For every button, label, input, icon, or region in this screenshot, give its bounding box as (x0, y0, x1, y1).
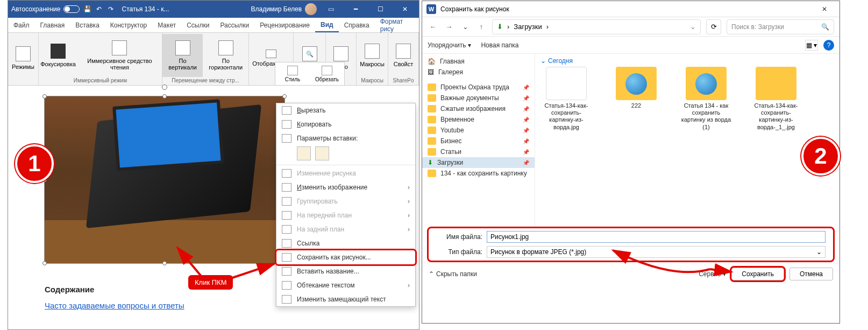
vertical-button[interactable]: По вертикали (162, 34, 203, 77)
scissors-icon (282, 106, 291, 115)
filename-input[interactable]: Рисунок1.jpg (487, 231, 826, 243)
dialog-toolbar: Упорядочить ▾ Новая папка ▦ ▾ ? (422, 37, 839, 54)
minimize-icon[interactable]: ━ (345, 1, 366, 18)
toc-link[interactable]: Часто задаваемые вопросы и ответы (45, 301, 184, 310)
side-pin-4[interactable]: Youtube📌 (422, 125, 535, 136)
folder-icon (428, 116, 436, 123)
search-input[interactable]: Поиск в: Загрузки🔍 (727, 19, 834, 34)
file-item[interactable]: Статья-134-как-сохранить-картинку-из-вор… (750, 67, 802, 131)
ribbon-opts-icon[interactable]: ▭ (320, 1, 341, 18)
horizontal-button[interactable]: По горизонтали (203, 34, 248, 77)
context-menu: ВВырезатьырезать Копировать Параметры вс… (276, 103, 416, 307)
close-icon[interactable]: ✕ (394, 1, 416, 18)
doc-title: Статья 134 - к... (118, 5, 172, 13)
reader-button[interactable]: Иммерсивное средство чтения (77, 34, 162, 77)
crop-button[interactable]: Обрезать (310, 62, 344, 85)
tab-format[interactable]: Формат рису (375, 18, 419, 32)
ctx-copy[interactable]: Копировать (276, 117, 415, 131)
cancel-button[interactable]: Отмена (789, 268, 833, 280)
filetype-label: Тип файла: (436, 248, 482, 256)
ribbon-tabs: Файл Главная Вставка Конструктор Макет С… (8, 18, 419, 33)
rotate-handle[interactable] (162, 85, 167, 90)
dialog-close-icon[interactable]: ✕ (814, 5, 835, 13)
filename-label: Имя файла: (436, 233, 482, 241)
tab-mail[interactable]: Рассылки (215, 18, 254, 32)
redo-icon[interactable]: ↷ (106, 5, 115, 13)
file-item[interactable]: Статья-134-как-сохранить-картинку-из-вор… (540, 67, 592, 131)
side-pin-2[interactable]: Сжатые изображения📌 (422, 103, 535, 114)
ctx-cut[interactable]: ВВырезатьырезать (276, 103, 415, 117)
recent-icon[interactable]: ⌄ (460, 23, 471, 31)
macros-button[interactable]: Макросы (357, 34, 388, 77)
side-downloads[interactable]: ⬇Загрузки📌 (422, 157, 535, 168)
side-home[interactable]: 🏠Главная (422, 56, 535, 67)
avatar[interactable] (305, 3, 317, 15)
folder-icon (428, 127, 436, 134)
link-icon (282, 239, 291, 248)
filetype-select[interactable]: Рисунок в формате JPEG (*.jpg)⌄ (487, 246, 826, 258)
maximize-icon[interactable]: ☐ (369, 1, 391, 18)
folder-icon (428, 137, 436, 145)
tab-layout[interactable]: Макет (152, 18, 181, 32)
focus-button[interactable]: Фокусировка (39, 34, 77, 77)
back-icon[interactable]: ← (428, 23, 438, 31)
tab-insert[interactable]: Вставка (70, 18, 105, 32)
tab-design[interactable]: Конструктор (105, 18, 152, 32)
ctx-wrap[interactable]: Обтекание текстом› (276, 278, 415, 292)
download-icon: ⬇ (428, 159, 433, 166)
tab-review[interactable]: Рецензирование (254, 18, 315, 32)
step-badge-2: 2 (801, 137, 840, 175)
help-icon[interactable]: ? (823, 40, 834, 51)
ctx-caption[interactable]: Вставить название... (276, 264, 415, 278)
ctx-change-img[interactable]: Изменить изображение› (276, 180, 415, 194)
paste-opt-1[interactable] (297, 146, 311, 160)
save-icon[interactable]: 💾 (83, 5, 91, 13)
new-folder-button[interactable]: Новая папка (481, 41, 518, 49)
search-icon: 🔍 (821, 23, 829, 31)
undo-icon[interactable]: ↶ (95, 5, 103, 13)
selected-image[interactable] (45, 96, 284, 263)
style-button[interactable]: Стиль (275, 62, 310, 85)
save-button[interactable]: Сохранить (731, 268, 784, 280)
refresh-icon[interactable]: ⟳ (706, 19, 721, 34)
clipboard-icon (282, 134, 291, 143)
tools-button[interactable]: Сервис ▾ (699, 270, 726, 278)
side-pin-0[interactable]: Проекты Охрана труда📌 (422, 82, 535, 93)
heading: Содержание (45, 285, 94, 294)
side-pin-3[interactable]: Временное📌 (422, 114, 535, 125)
image-icon (282, 183, 291, 192)
ctx-alttext[interactable]: Изменить замещающий текст (276, 292, 415, 306)
file-item[interactable]: Статья 134 - как сохранить картинку из в… (680, 67, 732, 131)
home-icon: 🏠 (428, 58, 436, 65)
paste-opt-2[interactable] (315, 146, 329, 160)
view-button[interactable]: ▦ ▾ (805, 40, 818, 51)
side-gallery[interactable]: 🖼Галерея (422, 67, 535, 78)
forward-icon[interactable]: → (444, 23, 454, 31)
modes-button[interactable]: Режимы (8, 34, 38, 83)
props-button[interactable]: Свойст (388, 34, 418, 77)
titlebar: Автосохранение 💾 ↶ ↷ Статья 134 - к... В… (8, 1, 419, 18)
file-area[interactable]: ⌄Сегодня Статья-134-как-сохранить-картин… (535, 54, 839, 226)
pin-icon: 📌 (523, 85, 529, 90)
file-item[interactable]: 222 (610, 67, 662, 109)
up-icon[interactable]: ↑ (476, 23, 487, 31)
dialog-title: Сохранить как рисунок (440, 5, 509, 13)
folder-icon (428, 94, 436, 102)
side-pin-6[interactable]: Статьи📌 (422, 146, 535, 157)
side-pin-8[interactable]: 134 - как сохранить картинку (422, 168, 535, 179)
autosave-toggle[interactable] (63, 5, 80, 13)
tab-view[interactable]: Вид (315, 18, 339, 32)
side-pin-5[interactable]: Бизнес📌 (422, 136, 535, 146)
tab-file[interactable]: Файл (8, 18, 35, 32)
hide-folders[interactable]: ⌃Скрыть папки (429, 270, 477, 278)
ctx-link[interactable]: Ссылка (276, 236, 415, 250)
ctx-save-as-picture[interactable]: Сохранить как рисунок... (276, 250, 415, 264)
tab-home[interactable]: Главная (35, 18, 70, 32)
breadcrumb[interactable]: ⬇ › Загрузки › ⌄ (492, 19, 701, 34)
organize-button[interactable]: Упорядочить ▾ (428, 41, 471, 49)
tab-help[interactable]: Справка (339, 18, 375, 32)
folder-icon (428, 105, 436, 113)
save-icon (282, 253, 291, 262)
side-pin-1[interactable]: Важные документы📌 (422, 93, 535, 103)
tab-refs[interactable]: Ссылки (181, 18, 215, 32)
